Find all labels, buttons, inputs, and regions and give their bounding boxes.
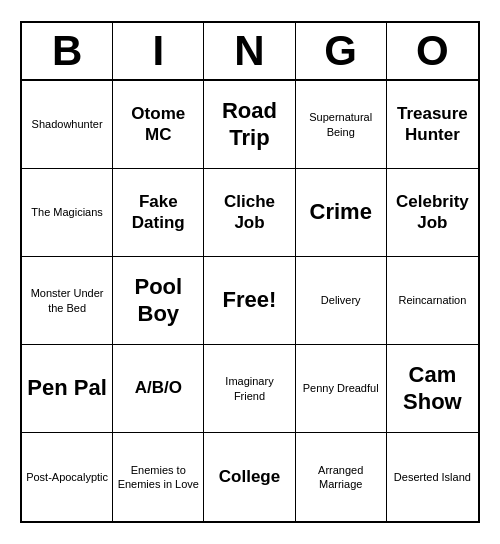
bingo-cell-3: Supernatural Being [296, 81, 387, 169]
bingo-cell-15: Pen Pal [22, 345, 113, 433]
bingo-cell-17: Imaginary Friend [204, 345, 295, 433]
cell-text-11: Pool Boy [117, 274, 199, 327]
bingo-cell-22: College [204, 433, 295, 521]
bingo-letter-o: O [387, 23, 478, 79]
cell-text-5: The Magicians [31, 205, 103, 219]
cell-text-2: Road Trip [208, 98, 290, 151]
bingo-cell-24: Deserted Island [387, 433, 478, 521]
cell-text-3: Supernatural Being [300, 110, 382, 139]
bingo-grid: ShadowhunterOtome MCRoad TripSupernatura… [22, 81, 478, 521]
bingo-cell-0: Shadowhunter [22, 81, 113, 169]
cell-text-8: Crime [310, 199, 372, 225]
bingo-letter-b: B [22, 23, 113, 79]
bingo-cell-5: The Magicians [22, 169, 113, 257]
bingo-cell-1: Otome MC [113, 81, 204, 169]
cell-text-0: Shadowhunter [32, 117, 103, 131]
bingo-cell-7: Cliche Job [204, 169, 295, 257]
bingo-letter-n: N [204, 23, 295, 79]
bingo-cell-4: Treasure Hunter [387, 81, 478, 169]
cell-text-1: Otome MC [117, 104, 199, 145]
bingo-cell-14: Reincarnation [387, 257, 478, 345]
bingo-cell-11: Pool Boy [113, 257, 204, 345]
cell-text-10: Monster Under the Bed [26, 286, 108, 315]
bingo-cell-21: Enemies to Enemies in Love [113, 433, 204, 521]
cell-text-16: A/B/O [135, 378, 182, 398]
bingo-card: BINGO ShadowhunterOtome MCRoad TripSuper… [20, 21, 480, 523]
bingo-cell-10: Monster Under the Bed [22, 257, 113, 345]
cell-text-19: Cam Show [391, 362, 474, 415]
cell-text-6: Fake Dating [117, 192, 199, 233]
cell-text-15: Pen Pal [27, 375, 106, 401]
cell-text-4: Treasure Hunter [391, 104, 474, 145]
cell-text-12: Free! [223, 287, 277, 313]
bingo-cell-2: Road Trip [204, 81, 295, 169]
cell-text-17: Imaginary Friend [208, 374, 290, 403]
cell-text-23: Arranged Marriage [300, 463, 382, 492]
bingo-cell-12: Free! [204, 257, 295, 345]
bingo-header: BINGO [22, 23, 478, 81]
bingo-cell-13: Delivery [296, 257, 387, 345]
cell-text-14: Reincarnation [398, 293, 466, 307]
bingo-cell-23: Arranged Marriage [296, 433, 387, 521]
bingo-cell-16: A/B/O [113, 345, 204, 433]
bingo-letter-i: I [113, 23, 204, 79]
bingo-cell-18: Penny Dreadful [296, 345, 387, 433]
bingo-cell-8: Crime [296, 169, 387, 257]
cell-text-24: Deserted Island [394, 470, 471, 484]
cell-text-13: Delivery [321, 293, 361, 307]
bingo-cell-20: Post-Apocalyptic [22, 433, 113, 521]
bingo-cell-6: Fake Dating [113, 169, 204, 257]
cell-text-21: Enemies to Enemies in Love [117, 463, 199, 492]
bingo-letter-g: G [296, 23, 387, 79]
cell-text-7: Cliche Job [208, 192, 290, 233]
cell-text-20: Post-Apocalyptic [26, 470, 108, 484]
bingo-cell-9: Celebrity Job [387, 169, 478, 257]
cell-text-18: Penny Dreadful [303, 381, 379, 395]
cell-text-9: Celebrity Job [391, 192, 474, 233]
cell-text-22: College [219, 467, 280, 487]
bingo-cell-19: Cam Show [387, 345, 478, 433]
